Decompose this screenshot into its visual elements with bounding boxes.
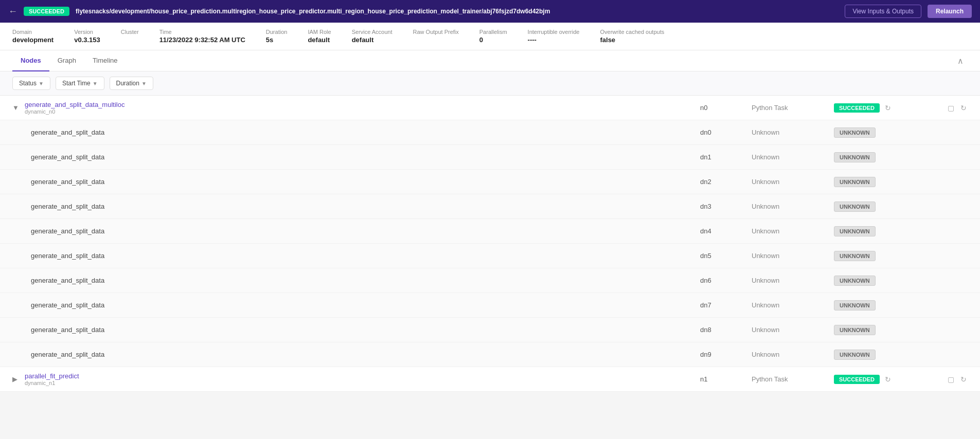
status-badge: UNKNOWN bbox=[834, 350, 876, 360]
node-row: generate_and_split_data dn1 Unknown UNKN… bbox=[0, 145, 980, 170]
back-button[interactable]: ← bbox=[8, 6, 17, 17]
node-status: UNKNOWN bbox=[834, 251, 926, 261]
node-name-child[interactable]: generate_and_split_data bbox=[31, 178, 700, 186]
node-row: generate_and_split_data dn5 Unknown UNKN… bbox=[0, 244, 980, 268]
node-id: dn7 bbox=[700, 301, 752, 309]
node-row: generate_and_split_data dn3 Unknown UNKN… bbox=[0, 194, 980, 219]
node-status: UNKNOWN bbox=[834, 127, 926, 138]
node-name-sub: dynamic_n0 bbox=[25, 108, 700, 115]
node-name-sub: dynamic_n1 bbox=[25, 380, 700, 386]
node-id: dn9 bbox=[700, 351, 752, 358]
topbar-actions: View Inputs & Outputs Relaunch bbox=[845, 5, 972, 18]
node-type: Unknown bbox=[752, 301, 834, 309]
node-type: Unknown bbox=[752, 351, 834, 358]
node-name: generate_and_split_data bbox=[31, 277, 700, 284]
node-status: UNKNOWN bbox=[834, 350, 926, 360]
node-id: dn5 bbox=[700, 252, 752, 260]
status-badge: SUCCEEDED bbox=[834, 103, 880, 113]
rerun-button[interactable]: ↻ bbox=[959, 374, 968, 385]
node-name-child[interactable]: generate_and_split_data bbox=[31, 277, 700, 284]
node-name-main[interactable]: generate_and_split_data_multiloc bbox=[25, 101, 700, 108]
tab-timeline[interactable]: Timeline bbox=[84, 50, 126, 71]
tab-nodes[interactable]: Nodes bbox=[12, 50, 49, 71]
node-name-child[interactable]: generate_and_split_data bbox=[31, 227, 700, 235]
meta-service-account: Service Account default bbox=[352, 29, 393, 44]
status-badge: UNKNOWN bbox=[834, 177, 876, 187]
path-prefix: flytesnacks/development/house_price_pred… bbox=[76, 8, 483, 15]
node-name: generate_and_split_data bbox=[31, 301, 700, 309]
node-name: generate_and_split_data bbox=[31, 129, 700, 136]
node-id: n1 bbox=[700, 375, 752, 383]
rerun-button[interactable]: ↻ bbox=[959, 103, 968, 113]
collapse-button[interactable]: ∧ bbox=[953, 52, 968, 70]
node-status: UNKNOWN bbox=[834, 152, 926, 162]
node-type: Python Task bbox=[752, 375, 834, 383]
duration-filter[interactable]: Duration ▼ bbox=[110, 77, 153, 90]
meta-interruptible: Interruptible override ---- bbox=[528, 29, 580, 44]
node-status: UNKNOWN bbox=[834, 276, 926, 286]
node-name: generate_and_split_data bbox=[31, 326, 700, 334]
node-type: Unknown bbox=[752, 227, 834, 235]
node-type: Unknown bbox=[752, 153, 834, 161]
expand-collapse-button[interactable]: ▶ bbox=[12, 375, 25, 383]
node-id: dn1 bbox=[700, 153, 752, 161]
chevron-down-icon: ▼ bbox=[39, 81, 44, 86]
node-name-child[interactable]: generate_and_split_data bbox=[31, 203, 700, 210]
status-filter[interactable]: Status ▼ bbox=[12, 77, 50, 90]
node-id: dn2 bbox=[700, 178, 752, 186]
node-status: SUCCEEDED ↻ bbox=[834, 374, 926, 385]
node-id: dn3 bbox=[700, 203, 752, 210]
node-type: Unknown bbox=[752, 277, 834, 284]
meta-iam-role: IAM Role default bbox=[308, 29, 331, 44]
node-row: generate_and_split_data dn2 Unknown UNKN… bbox=[0, 170, 980, 194]
node-row: generate_and_split_data dn8 Unknown UNKN… bbox=[0, 318, 980, 342]
view-inputs-button[interactable]: View Inputs & Outputs bbox=[845, 5, 921, 18]
node-name: generate_and_split_data bbox=[31, 203, 700, 210]
node-name: generate_and_split_data bbox=[31, 351, 700, 358]
meta-cluster: Cluster bbox=[121, 29, 139, 44]
refresh-button[interactable]: ↻ bbox=[884, 374, 892, 385]
node-name-child[interactable]: generate_and_split_data bbox=[31, 252, 700, 260]
status-badge: SUCCEEDED bbox=[834, 375, 880, 384]
node-name-child[interactable]: generate_and_split_data bbox=[31, 326, 700, 334]
status-badge: UNKNOWN bbox=[834, 202, 876, 212]
node-row: generate_and_split_data dn9 Unknown UNKN… bbox=[0, 342, 980, 367]
node-name: parallel_fit_predict dynamic_n1 bbox=[25, 372, 700, 386]
execution-path: flytesnacks/development/house_price_pred… bbox=[76, 8, 839, 15]
node-type: Unknown bbox=[752, 252, 834, 260]
node-status: UNKNOWN bbox=[834, 300, 926, 310]
tab-graph[interactable]: Graph bbox=[49, 50, 84, 71]
view-log-button[interactable]: ▢ bbox=[947, 103, 955, 113]
node-name: generate_and_split_data bbox=[31, 153, 700, 161]
node-name-child[interactable]: generate_and_split_data bbox=[31, 129, 700, 136]
status-badge: UNKNOWN bbox=[834, 251, 876, 261]
node-type: Unknown bbox=[752, 129, 834, 136]
topbar: ← SUCCEEDED flytesnacks/development/hous… bbox=[0, 0, 980, 23]
refresh-button[interactable]: ↻ bbox=[884, 103, 892, 113]
node-name-child[interactable]: generate_and_split_data bbox=[31, 351, 700, 358]
start-time-filter[interactable]: Start Time ▼ bbox=[56, 77, 104, 90]
view-log-button[interactable]: ▢ bbox=[947, 374, 955, 385]
node-type: Unknown bbox=[752, 178, 834, 186]
status-badge: UNKNOWN bbox=[834, 127, 876, 138]
filter-bar: Status ▼ Start Time ▼ Duration ▼ bbox=[0, 71, 980, 96]
node-type: Unknown bbox=[752, 326, 834, 334]
node-name-child[interactable]: generate_and_split_data bbox=[31, 153, 700, 161]
node-id: n0 bbox=[700, 104, 752, 112]
node-status: UNKNOWN bbox=[834, 226, 926, 236]
nodes-content: ▼ generate_and_split_data_multiloc dynam… bbox=[0, 96, 980, 392]
chevron-down-icon: ▼ bbox=[141, 81, 147, 86]
relaunch-button[interactable]: Relaunch bbox=[928, 5, 972, 18]
node-status: UNKNOWN bbox=[834, 325, 926, 335]
meta-bar: Domain development Version v0.3.153 Clus… bbox=[0, 23, 980, 50]
meta-version: Version v0.3.153 bbox=[74, 29, 100, 44]
node-id: dn8 bbox=[700, 326, 752, 334]
node-name: generate_and_split_data_multiloc dynamic… bbox=[25, 101, 700, 115]
node-name-main[interactable]: parallel_fit_predict bbox=[25, 372, 700, 380]
path-id: abj76fsjzd7dw6d42bjm bbox=[483, 8, 550, 15]
expand-collapse-button[interactable]: ▼ bbox=[12, 104, 25, 112]
node-name-child[interactable]: generate_and_split_data bbox=[31, 301, 700, 309]
node-type: Python Task bbox=[752, 104, 834, 112]
node-name: generate_and_split_data bbox=[31, 227, 700, 235]
node-actions: ▢ ↻ bbox=[926, 374, 968, 385]
